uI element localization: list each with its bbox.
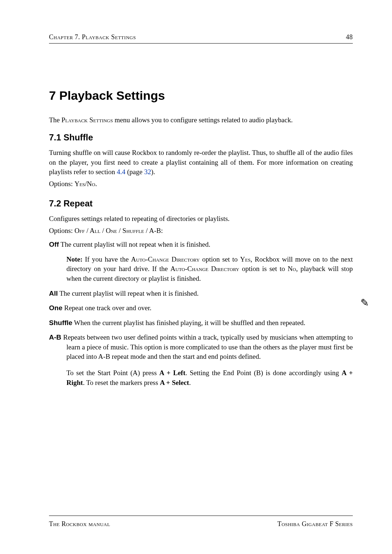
header-page-number: 48 <box>346 33 353 42</box>
option-shuffle: Shuffle When the current playlist has fi… <box>49 318 353 328</box>
text: Options: <box>49 227 74 234</box>
option-values: Off / All / One / Shuffle <box>74 227 144 234</box>
note-label: Note: <box>66 255 82 263</box>
text: Turning shuffle on will cause Rockbox to… <box>49 149 353 176</box>
shuffle-options: Options: Yes/No. <box>49 179 353 189</box>
footer-left: The Rockbox manual <box>49 520 110 529</box>
section-7-2-title: 7.2 Repeat <box>49 197 353 210</box>
option-label: All <box>49 290 58 297</box>
text: ). <box>151 168 155 176</box>
option-value: No <box>288 265 296 272</box>
chapter-title: 7 Playback Settings <box>49 87 353 104</box>
repeat-paragraph-1: Configures settings related to repeating… <box>49 214 353 224</box>
page-header: Chapter 7. Playback Settings 48 <box>49 33 353 44</box>
text: menu allows you to configure settings re… <box>113 116 293 124</box>
text: option set to <box>200 255 240 263</box>
text: Options: <box>49 180 74 188</box>
page-link[interactable]: 32 <box>144 168 151 176</box>
option-off: Off The current playlist will not repeat… <box>49 240 353 250</box>
option-text: The current playlist will repeat when it… <box>58 290 199 297</box>
option-name: Auto-Change Directory <box>171 265 240 272</box>
section-7-1-title: 7.1 Shuffle <box>49 131 353 144</box>
option-one: One Repeat one track over and over. <box>49 303 353 313</box>
menu-name: Playback Settings <box>61 116 113 124</box>
option-text: Repeat one track over and over. <box>62 304 151 312</box>
option-text: Repeats between two user defined points … <box>61 333 353 360</box>
option-ab-instructions: To set the Start Point (A) press A + Lef… <box>49 368 353 387</box>
text: If you have the <box>82 255 131 263</box>
section-link[interactable]: 4.4 <box>117 168 126 176</box>
text: . <box>189 379 191 386</box>
text: To set the Start Point (A) press <box>66 369 159 377</box>
text: . To reset the markers press <box>83 379 160 386</box>
text: / A-B: <box>144 227 163 234</box>
text: (page <box>126 168 144 176</box>
note-block: Note: If you have the Auto-Change Direct… <box>49 255 353 284</box>
option-text: When the current playlist has finished p… <box>72 319 305 327</box>
text: The <box>49 116 61 124</box>
repeat-options-line: Options: Off / All / One / Shuffle / A-B… <box>49 226 353 236</box>
option-label: Off <box>49 241 59 248</box>
text: option is set to <box>239 265 287 272</box>
option-label: One <box>49 304 62 312</box>
text: . <box>95 180 97 188</box>
option-values: Yes/No <box>74 180 95 188</box>
note-icon: ✎ <box>360 296 369 310</box>
header-left: Chapter 7. Playback Settings <box>49 33 136 42</box>
page-footer: The Rockbox manual Toshiba Gigabeat F Se… <box>49 520 353 529</box>
option-label: Shuffle <box>49 319 72 327</box>
footer-rule <box>49 516 353 516</box>
intro-paragraph: The Playback Settings menu allows you to… <box>49 115 353 125</box>
key-combo: A + Select <box>160 379 189 386</box>
option-text: The current playlist will not repeat whe… <box>59 241 210 248</box>
option-all: All The current playlist will repeat whe… <box>49 289 353 299</box>
text: . Setting the End Point (B) is done acco… <box>185 369 342 377</box>
definition-list: Off The current playlist will not repeat… <box>49 240 353 387</box>
option-ab: A-B Repeats between two user defined poi… <box>49 333 353 362</box>
key-combo: A + Left <box>159 369 185 377</box>
option-name: Auto-Change Directory <box>131 255 200 263</box>
option-label: A-B <box>49 333 61 341</box>
shuffle-paragraph-1: Turning shuffle on will cause Rockbox to… <box>49 148 353 177</box>
option-value: Yes <box>240 255 250 263</box>
footer-right: Toshiba Gigabeat F Series <box>277 520 353 529</box>
